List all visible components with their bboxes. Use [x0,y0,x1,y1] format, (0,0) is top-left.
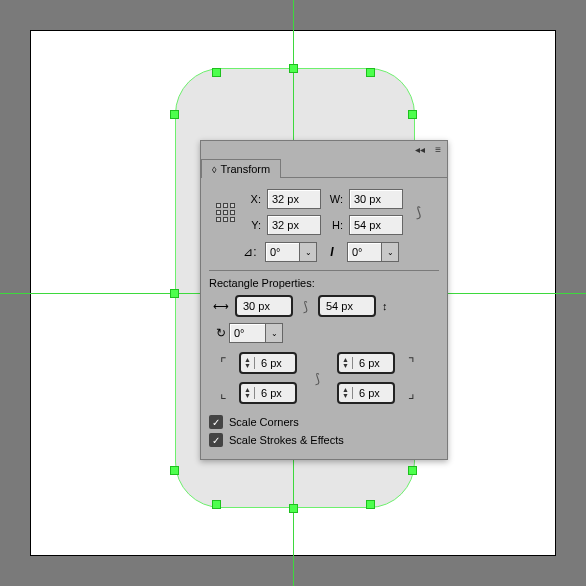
handle[interactable] [408,466,417,475]
corner-bl-input[interactable]: ▲▼ 6 px [239,382,297,404]
handle[interactable] [408,110,417,119]
corner-tl-icon: ⌜ [213,355,233,371]
link-rect-wh-icon[interactable]: ⟆ [299,299,312,314]
handle[interactable] [212,500,221,509]
tab-transform[interactable]: Transform [201,159,281,178]
x-input[interactable]: 32 px [267,189,321,209]
scale-corners-label: Scale Corners [229,416,299,428]
handle[interactable] [170,466,179,475]
corner-tr-icon: ⌝ [401,355,421,371]
handle[interactable] [289,504,298,513]
handle[interactable] [366,68,375,77]
scale-corners-checkbox[interactable]: ✓ [209,415,223,429]
shear-input[interactable]: 0° [347,242,381,262]
reference-point-grid[interactable] [209,203,241,222]
corner-br-input[interactable]: ▲▼ 6 px [337,382,395,404]
link-wh-icon[interactable]: ⟆ [407,204,429,220]
corner-bl-icon: ⌞ [213,385,233,401]
y-label: Y: [245,219,263,231]
section-title: Rectangle Properties: [209,277,439,289]
handle[interactable] [366,500,375,509]
rect-height-input[interactable]: 54 px [318,295,376,317]
separator [209,270,439,271]
transform-panel: ◂◂ ≡ Transform X: 32 px W: 30 px ⟆ Y: 32… [200,140,448,460]
rect-rotate-icon: ↻ [213,326,229,340]
rect-rotate-input[interactable]: 0° [229,323,265,343]
h-label: H: [325,219,345,231]
rotate-input[interactable]: 0° [265,242,299,262]
link-corners-icon[interactable]: ⟆ [303,371,331,386]
rect-rotate-dropdown[interactable]: ⌄ [265,323,283,343]
scale-strokes-checkbox[interactable]: ✓ [209,433,223,447]
handle[interactable] [170,110,179,119]
h-input[interactable]: 54 px [349,215,403,235]
panel-menu-icon[interactable]: ≡ [435,144,441,155]
rotate-icon: ⊿: [241,245,259,259]
w-input[interactable]: 30 px [349,189,403,209]
shear-dropdown[interactable]: ⌄ [381,242,399,262]
width-icon: ⟷ [213,300,229,313]
handle[interactable] [170,289,179,298]
rect-width-input[interactable]: 30 px [235,295,293,317]
height-icon: ↕ [382,300,388,312]
corner-tr-input[interactable]: ▲▼ 6 px [337,352,395,374]
corner-tl-input[interactable]: ▲▼ 6 px [239,352,297,374]
rotate-dropdown[interactable]: ⌄ [299,242,317,262]
w-label: W: [325,193,345,205]
y-input[interactable]: 32 px [267,215,321,235]
handle[interactable] [212,68,221,77]
handle[interactable] [289,64,298,73]
corner-br-icon: ⌟ [401,385,421,401]
collapse-icon[interactable]: ◂◂ [415,144,425,155]
shear-icon: I [323,245,341,259]
x-label: X: [245,193,263,205]
scale-strokes-label: Scale Strokes & Effects [229,434,344,446]
